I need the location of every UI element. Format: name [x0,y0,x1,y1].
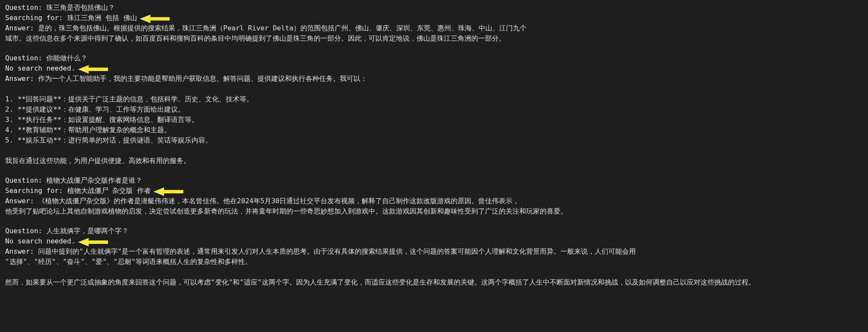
question-label: Question: [5,53,46,63]
answer-label: Answer: [5,74,38,84]
svg-marker-3 [78,238,108,246]
svg-marker-0 [140,15,170,23]
qa-block: Question: 你能做什么？No search needed.Answer:… [5,53,863,166]
no-search-row: No search needed. [5,63,863,74]
question-label: Question: [5,226,46,236]
search-query: 植物大战僵尸 杂交版 作者 [67,186,151,196]
answer-label: Answer: [5,23,38,33]
question-text: 人生就俩字，是哪两个字？ [46,226,129,236]
question-text: 植物大战僵尸杂交版作者是谁？ [46,175,142,186]
answer-inline: 作为一个人工智能助手，我的主要功能是帮助用户获取信息、解答问题、提供建议和执行各… [38,74,367,84]
no-search-row: No search needed. [5,236,863,246]
searching-row: Searching for: 植物大战僵尸 杂交版 作者 [5,186,863,196]
question-label: Question: [5,175,46,186]
qa-block: Question: 珠三角是否包括佛山？Searching for: 珠江三角洲… [5,3,863,44]
question-text: 你能做什么？ [46,53,87,63]
answer-row: Answer: 是的，珠三角包括佛山。根据提供的搜索结果，珠江三角洲（Pearl… [5,23,863,33]
svg-marker-2 [153,187,183,196]
answer-inline: 问题中提到的"人生就俩字"是一个富有哲理的表述，通常用来引发人们对人生本质的思考… [38,246,636,257]
qa-block: Question: 人生就俩字，是哪两个字？No search needed.A… [5,226,863,288]
search-query: 珠江三角洲 包括 佛山 [67,13,137,23]
answer-label: Answer: [5,196,38,206]
answer-row: Answer: 问题中提到的"人生就俩字"是一个富有哲理的表述，通常用来引发人们… [5,246,863,257]
no-search-label: No search needed. [5,63,75,74]
svg-marker-1 [78,65,108,74]
question-row: Question: 植物大战僵尸杂交版作者是谁？ [5,175,863,186]
answer-body: 城市。这些信息在多个来源中得到了确认，如百度百科和搜狗百科的条目中均明确提到了佛… [5,33,863,44]
question-text: 珠三角是否包括佛山？ [46,3,115,13]
no-search-label: No search needed. [5,236,75,246]
answer-body: 1. **回答问题**：提供关于广泛主题的信息，包括科学、历史、文化、技术等。 … [5,84,863,166]
annotation-arrow-icon [78,238,108,246]
answer-row: Answer: 《植物大战僵尸杂交版》的作者是潜艇伟伟迷，本名曾佳伟。他在202… [5,196,863,206]
annotation-arrow-icon [153,187,183,196]
question-row: Question: 珠三角是否包括佛山？ [5,3,863,13]
searching-row: Searching for: 珠江三角洲 包括 佛山 [5,13,863,23]
annotation-arrow-icon [78,65,108,74]
searching-label: Searching for: [5,13,67,23]
answer-inline: 《植物大战僵尸杂交版》的作者是潜艇伟伟迷，本名曾佳伟。他在2024年5月30日通… [38,196,519,206]
annotation-arrow-icon [140,15,170,23]
answer-inline: 是的，珠三角包括佛山。根据提供的搜索结果，珠江三角洲（Pearl River D… [38,23,527,33]
answer-body: 他受到了贴吧论坛上其他自制游戏植物的启发，决定尝试创造更多新奇的玩法，并将童年时… [5,206,863,216]
qa-block: Question: 植物大战僵尸杂交版作者是谁？Searching for: 植… [5,175,863,216]
answer-row: Answer: 作为一个人工智能助手，我的主要功能是帮助用户获取信息、解答问题、… [5,74,863,84]
question-row: Question: 你能做什么？ [5,53,863,63]
question-row: Question: 人生就俩字，是哪两个字？ [5,226,863,236]
answer-body: "选择"、"经历"、"奋斗"、"爱"、"忍耐"等词语来概括人生的复杂性和多样性。… [5,257,863,288]
question-label: Question: [5,3,46,13]
searching-label: Searching for: [5,186,67,196]
answer-label: Answer: [5,246,38,257]
